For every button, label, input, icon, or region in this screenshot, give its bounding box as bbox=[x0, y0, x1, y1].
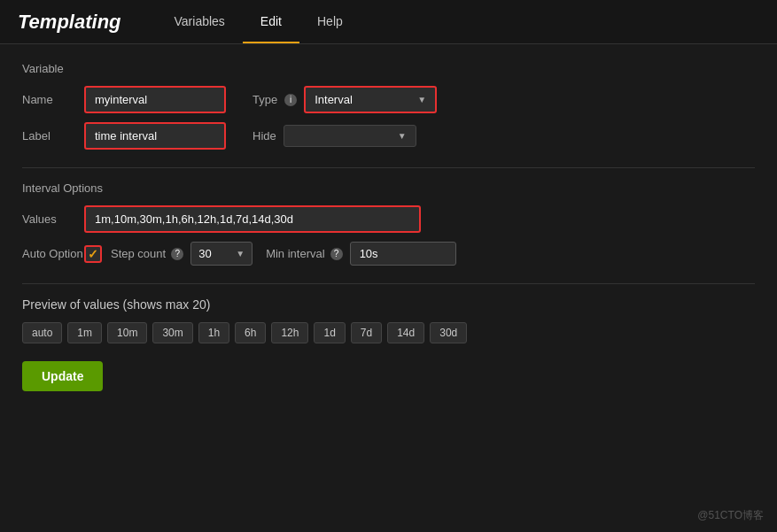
chevron-down-icon2: ▼ bbox=[398, 131, 407, 141]
update-button[interactable]: Update bbox=[22, 361, 103, 391]
checkmark-icon: ✓ bbox=[88, 247, 98, 261]
tab-help[interactable]: Help bbox=[299, 0, 361, 43]
auto-option-checkbox[interactable]: ✓ bbox=[84, 245, 102, 263]
preview-tag: 12h bbox=[271, 322, 308, 343]
nav-tabs: Variables Edit Help bbox=[157, 0, 361, 43]
divider1 bbox=[22, 167, 755, 168]
preview-tag: 30m bbox=[152, 322, 192, 343]
tab-variables[interactable]: Variables bbox=[157, 0, 243, 43]
preview-tag: 6h bbox=[235, 322, 266, 343]
preview-tag: 1h bbox=[198, 322, 229, 343]
min-interval-info-icon: ? bbox=[330, 248, 343, 260]
preview-tag: 7d bbox=[351, 322, 382, 343]
preview-tag: 1m bbox=[67, 322, 102, 343]
name-label: Name bbox=[22, 93, 84, 106]
values-label: Values bbox=[22, 212, 84, 226]
interval-section-label: Interval Options bbox=[22, 181, 755, 195]
min-interval-value: 10s bbox=[350, 242, 456, 266]
tab-edit[interactable]: Edit bbox=[243, 0, 299, 43]
variable-section: Variable Name Type i Interval ▼ Label Hi… bbox=[22, 62, 755, 150]
interval-section: Interval Options Values Auto Option ✓ St… bbox=[22, 181, 755, 266]
preview-tag: 30d bbox=[430, 322, 467, 343]
step-count-label: Step count bbox=[111, 247, 166, 260]
name-input[interactable] bbox=[84, 86, 226, 113]
hide-label: Hide bbox=[253, 129, 276, 143]
min-interval-label: Min interval bbox=[266, 247, 324, 260]
step-select[interactable]: 30 ▼ bbox=[190, 242, 253, 266]
preview-title: Preview of values (shows max 20) bbox=[22, 297, 755, 312]
type-select[interactable]: Interval ▼ bbox=[304, 86, 437, 113]
watermark: @51CTO博客 bbox=[697, 508, 764, 523]
label-label: Label bbox=[22, 129, 84, 143]
preview-section: Preview of values (shows max 20) auto1m1… bbox=[22, 297, 755, 343]
preview-tag: 10m bbox=[107, 322, 147, 343]
top-bar: Templating Variables Edit Help bbox=[0, 0, 777, 44]
chevron-down-icon3: ▼ bbox=[236, 249, 245, 258]
hide-select[interactable]: ▼ bbox=[284, 125, 416, 147]
preview-tags: auto1m10m30m1h6h12h1d7d14d30d bbox=[22, 322, 755, 343]
preview-tag: 1d bbox=[314, 322, 345, 343]
preview-tag: auto bbox=[22, 322, 62, 343]
variable-section-label: Variable bbox=[22, 62, 755, 75]
step-info-icon: ? bbox=[171, 248, 183, 260]
values-input[interactable] bbox=[84, 205, 421, 233]
divider2 bbox=[22, 283, 755, 284]
app-title: Templating bbox=[18, 11, 121, 34]
chevron-down-icon: ▼ bbox=[417, 95, 426, 104]
label-input[interactable] bbox=[84, 122, 226, 150]
auto-option-label: Auto Option bbox=[22, 247, 84, 260]
type-label: Type bbox=[253, 93, 277, 106]
type-info-icon: i bbox=[284, 94, 297, 106]
preview-tag: 14d bbox=[387, 322, 424, 343]
